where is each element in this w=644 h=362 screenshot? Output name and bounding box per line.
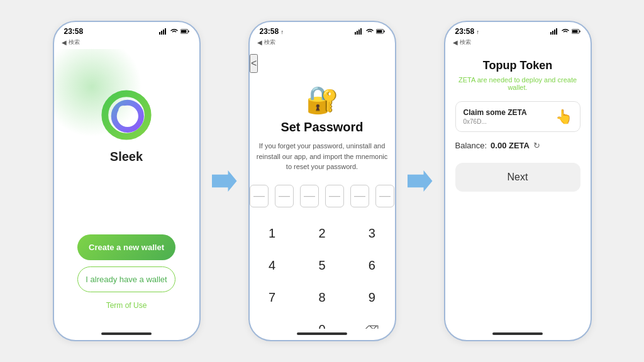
sub-status-2: ◀ 検索: [250, 38, 395, 49]
refresh-icon[interactable]: ↻: [533, 141, 540, 150]
pin-dot-3: —: [300, 185, 319, 207]
svg-rect-10: [355, 32, 356, 35]
numpad-spacer: [250, 316, 294, 329]
screens-container: 23:58: [40, 8, 604, 354]
svg-rect-16: [377, 30, 382, 33]
home-indicator-2: [297, 332, 347, 335]
status-icons-1: [159, 28, 189, 35]
signal-icon-2: [355, 28, 364, 35]
zeta-desc: ZETA are needed to deploy and create wal…: [455, 76, 580, 91]
svg-rect-0: [159, 32, 160, 35]
pin-dot-5: —: [350, 185, 369, 207]
lock-icon: 🔐: [306, 84, 338, 115]
pin-dot-2: —: [275, 185, 294, 207]
numpad-7[interactable]: 7: [250, 284, 294, 311]
sub-status-1: ◀ 検索: [54, 38, 199, 49]
svg-rect-17: [550, 32, 552, 35]
pin-dot-4: —: [325, 185, 344, 207]
svg-rect-1: [161, 31, 162, 35]
pin-dots: — — — — — —: [250, 185, 394, 207]
svg-rect-6: [181, 30, 186, 33]
screen2-content: < 🔐 Set Password If you forget your pass…: [250, 49, 395, 329]
numpad-6[interactable]: 6: [350, 252, 394, 279]
claim-box[interactable]: Claim some ZETA 0x76D... 👆: [455, 101, 580, 132]
screen1-inner: Sleek Create a new wallet I already have…: [66, 49, 186, 329]
numpad-0[interactable]: 0: [299, 316, 344, 329]
screen3-content: Topup Token ZETA are needed to deploy an…: [445, 49, 591, 329]
buttons-area: Create a new wallet I already have a wal…: [77, 234, 175, 310]
signal-icon-3: [550, 28, 559, 35]
svg-rect-22: [579, 31, 580, 33]
status-bar-2: 23:58 ↑: [250, 22, 395, 38]
numpad-backspace[interactable]: ⌫: [350, 316, 394, 329]
numpad-9[interactable]: 9: [350, 284, 394, 311]
time-3: 23:58 ↑: [455, 27, 480, 36]
home-indicator-3: [492, 332, 543, 335]
balance-value: 0.00 ZETA: [491, 141, 530, 150]
svg-rect-18: [552, 31, 553, 35]
arrow-1: [212, 170, 237, 192]
back-button[interactable]: <: [250, 54, 258, 73]
topup-title: Topup Token: [455, 59, 580, 72]
home-indicator-1: [101, 332, 152, 335]
pin-dot-6: —: [375, 185, 394, 207]
svg-rect-3: [165, 28, 166, 35]
numpad-2[interactable]: 2: [299, 220, 344, 247]
logo-icon: [98, 87, 155, 143]
screen2-inner: < 🔐 Set Password If you forget your pass…: [250, 49, 395, 329]
back-arrow-3: ◀: [453, 39, 458, 46]
next-button[interactable]: Next: [455, 163, 580, 192]
numpad-5[interactable]: 5: [299, 252, 344, 279]
create-wallet-button[interactable]: Create a new wallet: [77, 234, 175, 260]
forward-arrow-1: [212, 170, 237, 192]
status-icons-3: [550, 28, 580, 35]
claim-icon: 👆: [555, 109, 572, 125]
wifi-icon-3: [561, 28, 570, 35]
wifi-icon: [170, 28, 179, 35]
balance-label: Balance:: [455, 141, 487, 150]
claim-box-left: Claim some ZETA 0x76D...: [464, 108, 527, 125]
status-icons-2: [355, 28, 385, 35]
svg-rect-15: [384, 31, 384, 33]
time-2: 23:58 ↑: [260, 27, 284, 36]
screen3-inner: Topup Token ZETA are needed to deploy an…: [445, 49, 591, 329]
term-of-use-link[interactable]: Term of Use: [106, 301, 147, 310]
app-name: Sleek: [110, 150, 143, 164]
claim-label: Claim some ZETA: [464, 108, 527, 117]
battery-icon-3: [572, 28, 580, 35]
phone-frame-2: 23:58 ↑: [248, 21, 396, 341]
search-label-2: 検索: [264, 38, 275, 47]
svg-rect-2: [163, 30, 164, 35]
svg-rect-12: [358, 30, 360, 35]
svg-rect-23: [572, 30, 577, 33]
numpad-4[interactable]: 4: [250, 252, 294, 279]
search-label-1: 検索: [69, 38, 80, 47]
set-password-desc: If you forget your password, uninstall a…: [250, 141, 394, 172]
sub-status-3: ◀ 検索: [445, 38, 591, 49]
pin-dot-1: —: [250, 185, 269, 207]
back-arrow-2: ◀: [257, 39, 262, 46]
svg-rect-11: [357, 31, 358, 35]
forward-arrow-2: [408, 170, 433, 192]
numpad-3[interactable]: 3: [350, 220, 394, 247]
logo-container: Sleek: [98, 87, 155, 164]
balance-row: Balance: 0.00 ZETA ↻: [455, 141, 580, 150]
svg-rect-13: [360, 28, 362, 35]
svg-rect-19: [554, 30, 555, 35]
numpad: 1 2 3 4 5 6 7 8 9 0 ⌫: [250, 220, 394, 329]
arrow-2: [408, 170, 433, 192]
battery-icon-2: [376, 28, 385, 35]
set-password-title: Set Password: [280, 120, 363, 134]
search-label-3: 検索: [460, 38, 471, 47]
existing-wallet-button[interactable]: I already have a wallet: [77, 266, 175, 292]
signal-icon: [159, 28, 168, 35]
numpad-8[interactable]: 8: [299, 284, 344, 311]
phone-frame-3: 23:58 ↑: [444, 21, 592, 341]
numpad-1[interactable]: 1: [250, 220, 294, 247]
battery-icon: [180, 28, 189, 35]
screen1-content: Sleek Create a new wallet I already have…: [54, 49, 199, 329]
claim-address: 0x76D...: [464, 118, 527, 125]
phone-frame-1: 23:58: [53, 21, 201, 341]
status-bar-1: 23:58: [54, 22, 199, 38]
time-1: 23:58: [64, 27, 84, 36]
